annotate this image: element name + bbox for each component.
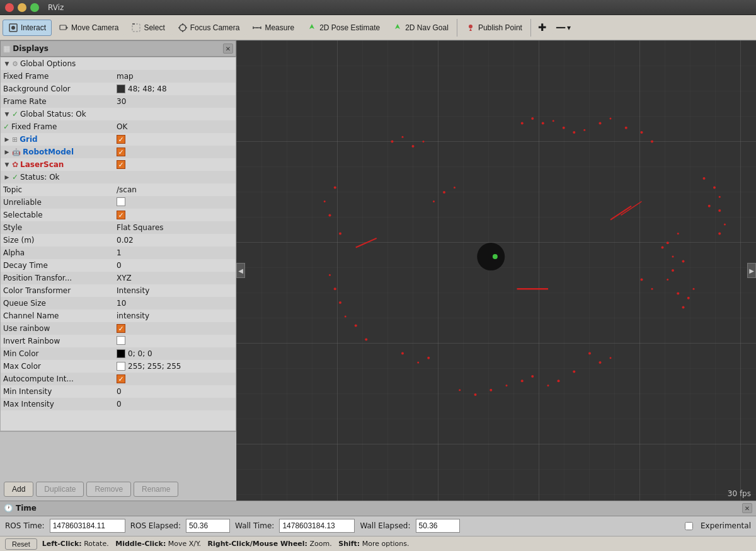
- viewport-collapse-left[interactable]: ◀: [236, 263, 245, 278]
- prop-alpha[interactable]: Alpha 1: [1, 246, 236, 259]
- laser-scan-checkbox[interactable]: [117, 160, 125, 169]
- laser-scan-row[interactable]: ▼ ✿ LaserScan: [1, 158, 236, 171]
- robot-model-row[interactable]: ▶ 🤖 RobotModel: [1, 146, 236, 158]
- global-options-row[interactable]: ▼ ⚙ Global Options: [1, 57, 236, 70]
- prop-style-value: Flat Squares: [117, 223, 164, 232]
- time-close-button[interactable]: ✕: [742, 503, 752, 513]
- prop-topic[interactable]: Topic /scan: [1, 183, 236, 196]
- background-color-value: 48; 48; 48: [128, 84, 167, 93]
- duplicate-button[interactable]: Duplicate: [36, 482, 84, 497]
- 2d-pose-icon: [307, 23, 317, 33]
- prop-invert-rainbow-checkbox[interactable]: [117, 336, 125, 345]
- grid-row[interactable]: ▶ ⊞ Grid: [1, 133, 236, 146]
- ros-time-input[interactable]: [50, 519, 125, 533]
- svg-point-42: [718, 233, 721, 235]
- svg-point-50: [573, 371, 575, 373]
- 2d-pose-button[interactable]: 2D Pose Estimate: [301, 20, 386, 36]
- robot-model-expand[interactable]: ▶: [3, 148, 11, 156]
- displays-close-button[interactable]: ✕: [223, 44, 233, 54]
- prop-selectable-checkbox[interactable]: [117, 211, 125, 219]
- ros-elapsed-label: ROS Elapsed:: [130, 521, 181, 530]
- svg-point-67: [324, 200, 326, 202]
- svg-point-73: [391, 141, 394, 143]
- svg-point-28: [563, 127, 565, 129]
- displays-buttons: Add Duplicate Remove Rename: [0, 431, 236, 501]
- prop-size-value: 0.02: [117, 236, 134, 245]
- move-camera-button[interactable]: Move Camera: [53, 20, 124, 36]
- grid-expand[interactable]: ▶: [3, 136, 11, 143]
- prop-max-color[interactable]: Max Color 255; 255; 255: [1, 360, 236, 373]
- svg-point-36: [703, 177, 706, 180]
- time-clock-icon: 🕐: [4, 504, 13, 513]
- publish-point-icon: [466, 23, 476, 33]
- laser-status-expand[interactable]: ▶: [3, 173, 11, 181]
- global-status-fixed-frame-row[interactable]: ✓ Fixed Frame OK: [1, 120, 236, 133]
- prop-min-color[interactable]: Min Color 0; 0; 0: [1, 347, 236, 360]
- displays-tree[interactable]: ▼ ⚙ Global Options Fixed Frame map: [0, 57, 236, 431]
- svg-point-25: [531, 117, 534, 120]
- global-status-row[interactable]: ▼ ✓ Global Status: Ok: [1, 108, 236, 120]
- svg-point-66: [329, 214, 331, 216]
- global-status-expand[interactable]: ▼: [3, 110, 11, 118]
- rename-button[interactable]: Rename: [134, 482, 178, 497]
- grid-checkbox[interactable]: [117, 135, 125, 144]
- fixed-frame-row[interactable]: Fixed Frame map: [1, 70, 236, 83]
- laser-scan-expand[interactable]: ▼: [3, 161, 11, 168]
- prop-channel-name[interactable]: Channel Name intensity: [1, 310, 236, 322]
- viewport-collapse-right[interactable]: ▶: [747, 263, 756, 278]
- add-button[interactable]: Add: [4, 482, 33, 497]
- wall-elapsed-input[interactable]: [416, 519, 460, 533]
- prop-position-value: XYZ: [117, 274, 132, 282]
- frame-rate-row[interactable]: Frame Rate 30: [1, 95, 236, 108]
- interact-button[interactable]: Interact: [3, 20, 52, 36]
- svg-point-55: [506, 385, 508, 386]
- select-button[interactable]: Select: [125, 20, 170, 36]
- 2d-nav-button[interactable]: 2D Nav Goal: [387, 20, 454, 36]
- prop-autocompute-checkbox[interactable]: [117, 374, 125, 383]
- prop-unreliable-checkbox[interactable]: [117, 197, 125, 206]
- prop-autocompute[interactable]: Autocompute Int...: [1, 373, 236, 385]
- prop-rainbow-checkbox[interactable]: [117, 324, 125, 333]
- prop-max-intensity[interactable]: Max Intensity 0: [1, 398, 236, 410]
- svg-point-75: [412, 145, 415, 148]
- svg-point-43: [677, 293, 679, 295]
- prop-rainbow[interactable]: Use rainbow: [1, 322, 236, 335]
- frame-rate-label: Frame Rate: [3, 97, 47, 106]
- prop-selectable[interactable]: Selectable: [1, 209, 236, 221]
- right-click-help: Right-Click/Mouse Wheel: Zoom.: [208, 540, 336, 548]
- prop-unreliable[interactable]: Unreliable: [1, 196, 236, 209]
- measure-button[interactable]: Measure: [246, 20, 300, 36]
- viewport[interactable]: ◀ ▶ 30 fps: [236, 40, 756, 501]
- plus-button[interactable]: ✚: [534, 18, 551, 37]
- svg-point-79: [454, 187, 455, 188]
- prop-queue-size[interactable]: Queue Size 10: [1, 297, 236, 310]
- svg-point-37: [713, 187, 716, 189]
- maximize-button[interactable]: [30, 3, 39, 12]
- remove-button[interactable]: Remove: [86, 482, 131, 497]
- prop-min-intensity[interactable]: Min Intensity 0: [1, 385, 236, 398]
- ros-elapsed-input[interactable]: [186, 519, 230, 533]
- focus-camera-button[interactable]: Focus Camera: [172, 20, 246, 36]
- laser-scan-label: LaserScan: [20, 160, 64, 169]
- wall-time-input[interactable]: [279, 519, 355, 533]
- prop-position[interactable]: Position Transfor... XYZ: [1, 272, 236, 284]
- prop-style[interactable]: Style Flat Squares: [1, 221, 236, 234]
- prop-invert-rainbow[interactable]: Invert Rainbow: [1, 335, 236, 347]
- close-button[interactable]: [5, 3, 14, 12]
- prop-color-transformer[interactable]: Color Transformer Intensity: [1, 284, 236, 297]
- minimize-button[interactable]: [18, 3, 26, 12]
- dropdown-button[interactable]: ━━ ▾: [552, 20, 575, 35]
- prop-size[interactable]: Size (m) 0.02: [1, 234, 236, 246]
- prop-decay[interactable]: Decay Time 0: [1, 259, 236, 272]
- svg-point-46: [682, 306, 685, 308]
- robot-model-checkbox[interactable]: [117, 148, 125, 156]
- global-options-expand[interactable]: ▼: [3, 60, 11, 67]
- publish-point-button[interactable]: Publish Point: [460, 20, 528, 36]
- prop-min-color-label: Min Color: [3, 349, 38, 358]
- reset-button[interactable]: Reset: [5, 538, 37, 550]
- experimental-checkbox[interactable]: [685, 522, 693, 530]
- svg-point-33: [625, 127, 627, 129]
- background-color-row[interactable]: Background Color 48; 48; 48: [1, 83, 236, 95]
- laser-status-row[interactable]: ▶ ✓ Status: Ok: [1, 171, 236, 183]
- main-content: ▦ Displays ✕ ▼ ⚙ Global Options: [0, 40, 756, 501]
